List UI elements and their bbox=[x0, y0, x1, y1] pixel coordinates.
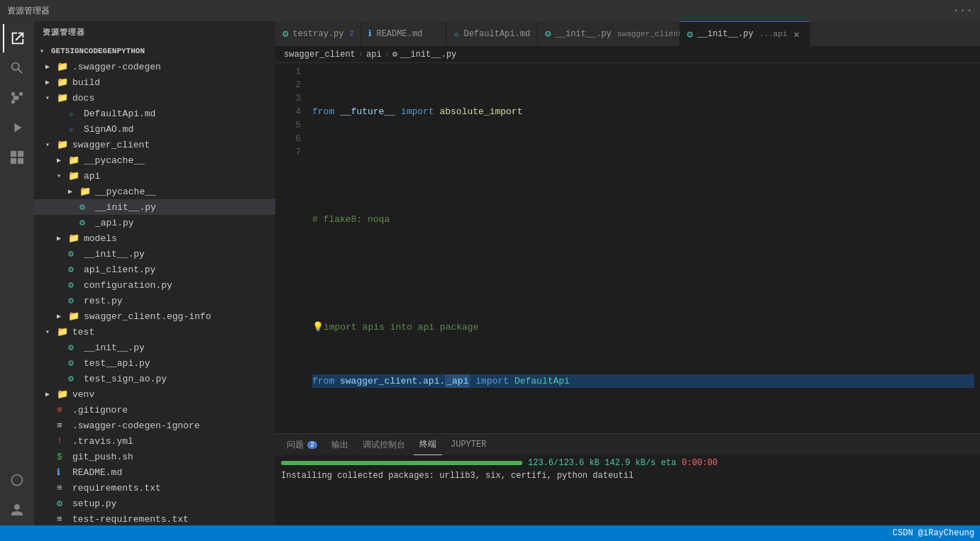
tab-icon-init-swagger: ⚙ bbox=[545, 28, 551, 40]
svg-point-1 bbox=[11, 92, 16, 96]
folder-arrow: ▾ bbox=[40, 47, 51, 55]
file-rest-py[interactable]: ⚙ rest.py bbox=[34, 293, 275, 308]
folder-egg-info[interactable]: ▶ 📁 swagger_client.egg-info bbox=[34, 308, 275, 324]
code-line-6: from swagger_client.api._api import Defa… bbox=[312, 374, 974, 388]
file-readme-md[interactable]: ℹ README.md bbox=[34, 464, 275, 480]
panel-tab-problems[interactable]: 问题 2 bbox=[281, 434, 323, 455]
svg-point-0 bbox=[11, 100, 16, 104]
file-init-py-test[interactable]: ⚙ __init__.py bbox=[34, 340, 275, 355]
tab-icon-readme: ℹ bbox=[368, 28, 372, 39]
file-init-py-swagger[interactable]: ⚙ __init__.py bbox=[34, 246, 275, 262]
panel-tab-terminal[interactable]: 终端 bbox=[414, 434, 442, 455]
run-debug-icon[interactable] bbox=[3, 113, 31, 142]
tab-icon-init-api: ⚙ bbox=[687, 28, 693, 40]
sidebar-root: ▾ GETSIGNCODEGENPYTHON ▶ 📁 .swagger-code… bbox=[34, 43, 275, 525]
lightbulb-icon: 💡 bbox=[312, 320, 324, 334]
panel-tab-jupyter[interactable]: JUPYTER bbox=[445, 434, 492, 455]
file-gitignore[interactable]: ≡ .gitignore bbox=[34, 402, 275, 418]
tab-icon-testray: ⚙ bbox=[282, 28, 288, 40]
search-icon[interactable] bbox=[3, 54, 31, 82]
account-icon[interactable] bbox=[3, 496, 31, 524]
progress-stats: 123.6/123.6 kB 142.9 kB/s eta bbox=[528, 458, 676, 468]
tab-defaultapi-md[interactable]: ⬦ DefaultApi.md bbox=[446, 21, 538, 46]
extensions-icon[interactable] bbox=[3, 143, 31, 172]
terminal-text: Installing collected packages: urllib3, … bbox=[281, 471, 974, 481]
code-line-4 bbox=[312, 267, 974, 280]
folder-pycache-1[interactable]: ▶ 📁 __pycache__ bbox=[34, 152, 275, 168]
tab-label-init-api: __init__.py bbox=[698, 29, 754, 39]
folder-api[interactable]: ▾ 📁 api bbox=[34, 168, 275, 184]
file-signao-md[interactable]: ⬦ SignAO.md bbox=[34, 121, 275, 137]
terminal-body[interactable]: 123.6/123.6 kB 142.9 kB/s eta 0:00:00 In… bbox=[275, 455, 980, 525]
tab-subtitle-init-swagger: swagger_client bbox=[617, 30, 683, 38]
svg-rect-3 bbox=[11, 151, 16, 157]
panel-tab-output[interactable]: 输出 bbox=[326, 434, 354, 455]
code-line-7 bbox=[312, 428, 974, 433]
panel-tab-debug[interactable]: 调试控制台 bbox=[357, 434, 411, 455]
panel-tab-output-label: 输出 bbox=[331, 439, 348, 451]
tab-testray-py[interactable]: ⚙ testray.py 2 bbox=[275, 21, 361, 46]
more-options-button[interactable]: ··· bbox=[952, 4, 973, 17]
tab-label-readme: README.md bbox=[376, 29, 422, 39]
svg-point-2 bbox=[19, 92, 23, 96]
panel-tab-problems-badge: 2 bbox=[307, 441, 317, 449]
main-layout: 资源管理器 ▾ GETSIGNCODEGENPYTHON ▶ 📁 .swagge… bbox=[0, 21, 980, 525]
folder-pycache-2[interactable]: ▶ 📁 __pycache__ bbox=[34, 184, 275, 199]
file-defaultapi-md[interactable]: ⬦ DefaultApi.md bbox=[34, 106, 275, 121]
folder-models[interactable]: ▶ 📁 models bbox=[34, 230, 275, 246]
folder-docs[interactable]: ▾ 📁 docs bbox=[34, 90, 275, 106]
breadcrumb-api[interactable]: api bbox=[366, 50, 382, 60]
highlight-api: _api bbox=[445, 374, 470, 388]
sidebar-header: 资源管理器 bbox=[34, 21, 275, 43]
panel-tab-jupyter-label: JUPYTER bbox=[451, 440, 486, 450]
file-test-api-py[interactable]: ⚙ test__api.py bbox=[34, 355, 275, 371]
title-bar: 资源管理器 ··· bbox=[0, 0, 980, 21]
title-bar-text: 资源管理器 bbox=[7, 5, 50, 17]
tab-icon-defaultapi: ⬦ bbox=[453, 28, 459, 40]
breadcrumb-icon: ⚙ bbox=[392, 49, 397, 60]
file-setup-py[interactable]: ⚙ setup.py bbox=[34, 496, 275, 511]
folder-root[interactable]: ▾ GETSIGNCODEGENPYTHON bbox=[34, 43, 275, 59]
editor-area: ⚙ testray.py 2 ℹ README.md ⬦ DefaultApi.… bbox=[275, 21, 980, 525]
progress-eta: 0:00:00 bbox=[682, 458, 717, 468]
breadcrumb: swagger_client › api › ⚙ __init__.py bbox=[275, 46, 980, 63]
progress-bar-background bbox=[281, 461, 522, 465]
code-area[interactable]: from __future__ import absolute_import #… bbox=[307, 63, 980, 433]
code-line-2 bbox=[312, 159, 974, 172]
status-bar: CSDN @iRayCheung bbox=[0, 525, 980, 541]
folder-build[interactable]: ▶ 📁 build bbox=[34, 74, 275, 90]
breadcrumb-swagger-client[interactable]: swagger_client bbox=[284, 50, 356, 60]
status-bar-right-text: CSDN @iRayCheung bbox=[893, 528, 974, 538]
file-swagger-codegen-ignore[interactable]: ≡ .swagger-codegen-ignore bbox=[34, 418, 275, 433]
tab-init-py-api[interactable]: ⚙ __init__.py ...api ✕ bbox=[680, 21, 810, 46]
folder-test[interactable]: ▾ 📁 test bbox=[34, 324, 275, 340]
tab-label-init-swagger: __init__.py bbox=[556, 29, 612, 39]
file-configuration-py[interactable]: ⚙ configuration.py bbox=[34, 277, 275, 293]
activity-bar bbox=[0, 21, 34, 525]
tab-close-button[interactable]: ✕ bbox=[791, 28, 801, 41]
folder-swagger-codegen[interactable]: ▶ 📁 .swagger-codegen bbox=[34, 59, 275, 74]
breadcrumb-file[interactable]: __init__.py bbox=[400, 50, 456, 60]
file-test-sign-ao-py[interactable]: ⚙ test_sign_ao.py bbox=[34, 371, 275, 386]
progress-bar-container: 123.6/123.6 kB 142.9 kB/s eta 0:00:00 bbox=[281, 458, 974, 468]
tab-init-py-swagger[interactable]: ⚙ __init__.py swagger_client bbox=[538, 21, 680, 46]
folder-swagger-client[interactable]: ▾ 📁 swagger_client bbox=[34, 137, 275, 152]
explorer-icon[interactable] bbox=[3, 24, 31, 52]
panel-tab-debug-label: 调试控制台 bbox=[363, 439, 405, 451]
file-test-requirements-txt[interactable]: ≡ test-requirements.txt bbox=[34, 511, 275, 525]
source-control-icon[interactable] bbox=[3, 84, 31, 112]
file-git-push-sh[interactable]: $ git_push.sh bbox=[34, 449, 275, 464]
folder-venv[interactable]: ▶ 📁 venv bbox=[34, 386, 275, 402]
file-api-client-py[interactable]: ⚙ api_client.py bbox=[34, 262, 275, 277]
file-api-py[interactable]: ⚙ _api.py bbox=[34, 215, 275, 230]
remote-icon[interactable] bbox=[3, 466, 31, 494]
sidebar: 资源管理器 ▾ GETSIGNCODEGENPYTHON ▶ 📁 .swagge… bbox=[34, 21, 275, 525]
tab-label-testray: testray.py bbox=[292, 29, 343, 39]
file-travis-yml[interactable]: ! .travis.yml bbox=[34, 433, 275, 449]
file-requirements-txt[interactable]: ≡ requirements.txt bbox=[34, 480, 275, 496]
tab-readme-md[interactable]: ℹ README.md bbox=[361, 21, 446, 46]
tabs-bar: ⚙ testray.py 2 ℹ README.md ⬦ DefaultApi.… bbox=[275, 21, 980, 46]
svg-rect-5 bbox=[11, 158, 16, 164]
code-line-5: 💡import apis into api package bbox=[312, 320, 974, 334]
file-init-py-api[interactable]: ⚙ __init__.py bbox=[34, 199, 275, 215]
